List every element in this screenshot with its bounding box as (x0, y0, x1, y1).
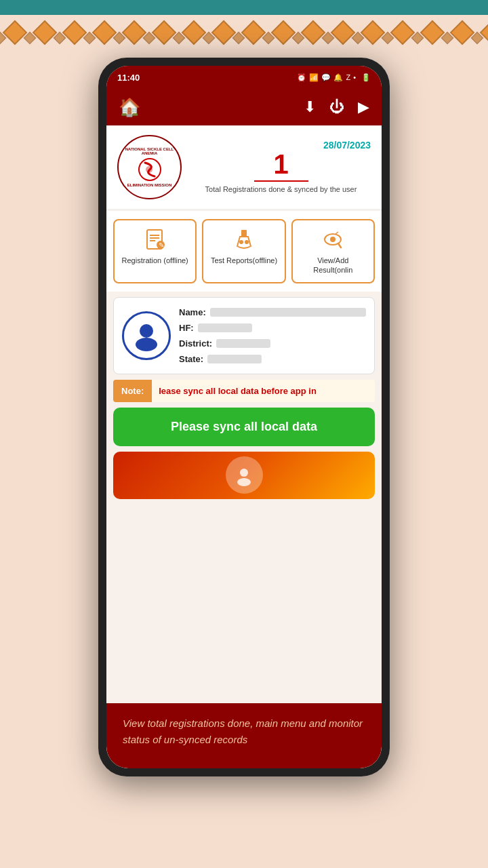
view-result-btn[interactable]: View/Add Result(onlin (291, 219, 375, 283)
play-icon[interactable]: ▶ (358, 98, 369, 116)
phone-screen: 11:40 ⏰📶💬🔔Z•🔋 🏠 ⬇ ⏻ ▶ NATIONAL (106, 66, 382, 768)
name-label: Name: (179, 307, 206, 317)
status-bar: 11:40 ⏰📶💬🔔Z•🔋 (106, 66, 382, 89)
registration-btn-label: Registration (offline) (122, 256, 188, 265)
svg-point-23 (237, 478, 251, 486)
sync-button-container: Please sync all local data (113, 408, 375, 446)
menu-buttons-row: ✎ Registration (offline) Test Reports(of… (106, 211, 382, 292)
hf-field: HF: (179, 323, 366, 333)
user-card: Name: HF: District: State: (113, 297, 375, 374)
sync-button-label: Please sync all local data (171, 420, 317, 433)
test-report-icon (232, 227, 256, 252)
note-label: Note: (113, 380, 152, 402)
svg-point-14 (239, 240, 243, 244)
svg-line-18 (338, 243, 341, 248)
svg-point-17 (330, 237, 336, 242)
svg-rect-3 (0, 15, 488, 61)
svg-rect-13 (243, 230, 247, 237)
sync-button[interactable]: Please sync all local data (113, 408, 375, 446)
bottom-card-preview (113, 452, 375, 499)
download-icon[interactable]: ⬇ (304, 98, 316, 116)
hf-label: HF: (179, 323, 194, 333)
test-report-btn-label: Test Reports(offline) (211, 256, 277, 265)
note-text: lease sync all local data before app in (152, 380, 323, 402)
power-icon[interactable]: ⏻ (329, 98, 344, 116)
logo-stats-section: NATIONAL SICKLE CELL ANEMIA ELIMINATION … (106, 125, 382, 210)
user-fields: Name: HF: District: State: (179, 307, 366, 364)
app-bar: 🏠 ⬇ ⏻ ▶ (106, 89, 382, 125)
name-field: Name: (179, 307, 366, 317)
registration-icon: ✎ (143, 227, 167, 252)
svg-text:✎: ✎ (159, 241, 164, 249)
bottom-tooltip: View total registrations done, main menu… (106, 703, 382, 768)
note-banner: Note: lease sync all local data before a… (113, 380, 375, 402)
svg-point-15 (245, 240, 249, 244)
district-label: District: (179, 338, 212, 349)
state-label: State: (179, 354, 203, 364)
svg-point-20 (140, 324, 153, 338)
view-result-btn-label: View/Add Result(onlin (297, 256, 369, 275)
registration-btn[interactable]: ✎ Registration (offline) (113, 219, 197, 283)
status-icons: ⏰📶💬🔔Z•🔋 (297, 73, 371, 82)
test-report-btn[interactable]: Test Reports(offline) (202, 219, 285, 283)
phone-frame: 11:40 ⏰📶💬🔔Z•🔋 🏠 ⬇ ⏻ ▶ NATIONAL (98, 58, 390, 776)
state-field: State: (179, 354, 366, 364)
svg-point-5 (146, 166, 152, 173)
view-result-icon (321, 227, 345, 252)
svg-line-19 (336, 232, 338, 234)
avatar (122, 311, 171, 360)
count-description: Total Registrations done & synced by the… (191, 184, 371, 195)
svg-point-22 (240, 469, 248, 477)
home-icon[interactable]: 🏠 (119, 97, 140, 118)
app-bar-right: ⬇ ⏻ ▶ (304, 98, 369, 116)
app-logo: NATIONAL SICKLE CELL ANEMIA ELIMINATION … (117, 135, 182, 199)
svg-point-21 (136, 338, 157, 351)
registration-count: 1 (191, 151, 371, 178)
status-time: 11:40 (117, 73, 140, 83)
tooltip-text: View total registrations done, main menu… (123, 715, 365, 748)
district-field: District: (179, 338, 366, 349)
stats-area: 28/07/2023 1 Total Registrations done & … (191, 140, 371, 195)
